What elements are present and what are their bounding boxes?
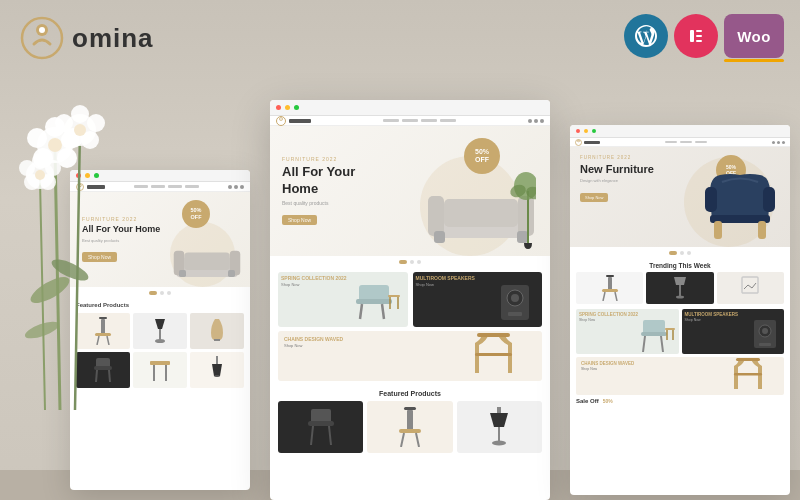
- svg-rect-125: [736, 358, 760, 361]
- trending-item-2: [646, 272, 713, 304]
- right-sale-section: Sale Off 50%: [570, 398, 790, 407]
- close-dot-r: [576, 129, 580, 133]
- svg-line-116: [643, 336, 645, 352]
- svg-rect-64: [428, 196, 444, 236]
- svg-rect-92: [399, 429, 421, 433]
- svg-rect-33: [696, 40, 702, 42]
- svg-rect-118: [665, 328, 675, 330]
- left-product-6: [190, 352, 244, 388]
- svg-line-93: [401, 433, 404, 447]
- right-site-nav: [570, 138, 790, 147]
- trending-item-1: [576, 272, 643, 304]
- right-chains-card: Chains Design Waved Shop Now: [576, 357, 784, 395]
- multiroom-card: Multiroom Speakers Shop Now: [413, 272, 543, 327]
- center-dot-active: [399, 260, 407, 264]
- trending-lamp-sm: [673, 276, 687, 300]
- right-logo-icon: [575, 139, 582, 146]
- svg-line-94: [416, 433, 419, 447]
- center-hero-subtitle: Best quality products: [282, 200, 372, 206]
- center-product-stool: [367, 401, 452, 453]
- svg-point-62: [280, 118, 282, 120]
- spring-collection-card: Spring Collection 2022 Shop Now: [278, 272, 408, 327]
- trending-item-3: [717, 272, 784, 304]
- left-hero-badge: 50%OFF: [182, 200, 210, 228]
- right-speaker-illus: [749, 317, 781, 353]
- svg-rect-42: [228, 270, 235, 277]
- svg-point-8: [27, 128, 47, 148]
- brand-logo-text: omina: [72, 23, 154, 54]
- right-multiroom-card: Multiroom Speakers Shop Now: [682, 309, 785, 354]
- left-product-3: [190, 313, 244, 349]
- svg-rect-40: [184, 253, 230, 271]
- center-hero-tag: FURNITURE 2022: [282, 156, 372, 162]
- svg-rect-95: [497, 407, 501, 413]
- svg-rect-31: [696, 30, 702, 32]
- svg-rect-108: [602, 289, 618, 292]
- max-dot-c: [294, 105, 299, 110]
- trending-frame-sm: [740, 275, 760, 301]
- right-browser-nav: [570, 125, 790, 138]
- svg-rect-41: [179, 270, 186, 277]
- svg-line-89: [329, 426, 331, 445]
- svg-rect-66: [444, 199, 518, 227]
- svg-point-16: [87, 114, 105, 132]
- right-spring-label: Spring Collection 2022: [579, 312, 638, 317]
- svg-point-3: [27, 272, 73, 308]
- center-nav-links: [383, 119, 456, 122]
- svg-rect-105: [758, 221, 766, 239]
- featured-stool: [396, 407, 424, 447]
- svg-rect-102: [763, 187, 775, 212]
- svg-rect-77: [388, 295, 400, 297]
- trending-stool-sm: [601, 275, 619, 301]
- center-dot-2: [417, 260, 421, 264]
- left-sofa-illustration: [172, 232, 242, 287]
- svg-point-19: [74, 124, 86, 136]
- center-hero-text: FURNITURE 2022 All For Your Home Best qu…: [282, 156, 372, 226]
- center-featured-grid: [278, 401, 542, 453]
- right-hero-title: New Furniture: [580, 162, 660, 176]
- svg-rect-50: [214, 339, 220, 341]
- right-dot-active: [669, 251, 677, 255]
- brand-logo-icon: [20, 16, 64, 60]
- max-dot-r: [592, 129, 596, 133]
- svg-rect-85: [475, 353, 512, 356]
- svg-point-82: [511, 294, 519, 302]
- center-site-nav: [270, 116, 550, 126]
- right-multiroom-label: Multiroom Speakers: [685, 312, 738, 317]
- left-nav-icons: [228, 185, 244, 189]
- center-hero-btn[interactable]: Shop Now: [282, 215, 317, 225]
- right-armchair-illustration: [700, 157, 780, 247]
- center-dot-1: [410, 260, 414, 264]
- right-slider-dots: [570, 247, 790, 259]
- right-hero-btn[interactable]: Shop Now: [580, 193, 608, 202]
- center-logo-icon: [276, 116, 286, 126]
- right-logo-text: [584, 141, 600, 144]
- center-hero: 50% OFF FURNITURE 2022 All For Your Home…: [270, 126, 550, 256]
- elementor-badge: [674, 14, 718, 58]
- svg-line-88: [311, 426, 313, 445]
- svg-rect-87: [308, 421, 334, 426]
- wordpress-badge: [624, 14, 668, 58]
- right-trending-section: Trending This Week: [570, 259, 790, 306]
- flower-decoration: [0, 30, 160, 410]
- speaker-illustration: [493, 280, 538, 325]
- svg-rect-68: [517, 231, 528, 243]
- center-featured-section: Featured Products: [270, 386, 550, 453]
- svg-rect-111: [679, 285, 681, 297]
- right-sale-label: Sale Off: [576, 398, 599, 404]
- woocommerce-badge: Woo: [724, 14, 784, 58]
- right-nav-icons: [772, 141, 785, 144]
- svg-rect-84: [477, 333, 510, 337]
- platform-badges: Woo: [624, 14, 784, 58]
- center-featured-title: Featured Products: [278, 390, 542, 397]
- close-dot-c: [276, 105, 281, 110]
- svg-rect-90: [404, 407, 416, 410]
- vase-icon: [207, 317, 227, 345]
- featured-lamp: [488, 407, 510, 447]
- dot-1: [160, 291, 164, 295]
- dot-2: [167, 291, 171, 295]
- screenshot-right: 50% OFF FURNITURE 2022 New Furniture Des…: [570, 125, 790, 495]
- chains-design-label: Chains Design Waved: [284, 336, 343, 342]
- svg-rect-104: [714, 221, 722, 239]
- center-product-dark-chair: [278, 401, 363, 453]
